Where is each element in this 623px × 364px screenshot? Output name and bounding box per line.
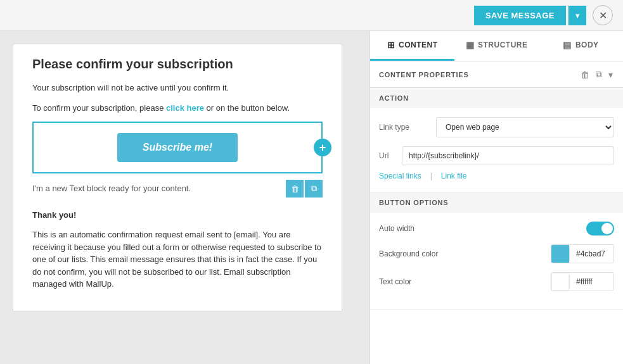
save-message-button[interactable]: SAVE MESSAGE	[474, 6, 566, 25]
special-links-link[interactable]: Special links	[379, 172, 421, 180]
delete-properties-button[interactable]: 🗑	[579, 68, 591, 81]
text-block-actions: 🗑 ⧉	[286, 180, 323, 198]
copy-icon: ⧉	[311, 184, 317, 194]
main-layout: Please confirm your subscription Your su…	[0, 31, 623, 364]
text-color-row: Text color #ffffff	[379, 272, 614, 291]
link-file-link[interactable]: Link file	[441, 172, 467, 180]
thank-you-text: Thank you!	[32, 209, 323, 222]
collapse-properties-button[interactable]: ▾	[607, 68, 614, 81]
body-tab-label: BODY	[575, 41, 599, 49]
properties-actions: 🗑 ⧉ ▾	[579, 68, 614, 81]
text-color-swatch-box[interactable]: #ffffff	[551, 272, 614, 291]
trash-icon: 🗑	[581, 70, 589, 80]
preview-panel: Please confirm your subscription Your su…	[0, 31, 369, 364]
click-here-link[interactable]: click here	[166, 103, 204, 113]
action-section: ACTION Link type Open web page Url Spe	[370, 88, 623, 192]
special-links-row: Special links | Link file	[379, 172, 614, 180]
delete-block-button[interactable]: 🗑	[286, 180, 304, 198]
tab-structure[interactable]: ▦ STRUCTURE	[454, 31, 539, 61]
bg-color-label: Background color	[379, 249, 438, 258]
bg-color-swatch	[551, 245, 569, 263]
content-tab-label: CONTENT	[399, 41, 438, 49]
link-type-select[interactable]: Open web page	[436, 117, 614, 137]
text-block-row: I'm a new Text block ready for your cont…	[32, 176, 323, 209]
email-para1: Your subscription will not be active unt…	[32, 82, 323, 94]
properties-title: CONTENT PROPERTIES	[379, 71, 469, 78]
button-row: Subscribe me! +	[32, 122, 323, 173]
action-section-body: Link type Open web page Url Special link…	[370, 108, 623, 192]
auto-width-row: Auto width	[379, 222, 614, 235]
email-para2: To confirm your subscription, please cli…	[32, 102, 323, 115]
tab-content[interactable]: ⊞ CONTENT	[370, 31, 454, 61]
auto-width-toggle[interactable]	[586, 222, 614, 235]
subscribe-button[interactable]: Subscribe me!	[117, 133, 238, 162]
content-tab-icon: ⊞	[387, 40, 395, 50]
button-options-section: BUTTON OPTIONS Auto width Background col…	[370, 192, 623, 310]
chevron-down-icon: ▾	[608, 70, 613, 80]
link-type-control: Open web page	[436, 117, 614, 137]
email-card: Please confirm your subscription Your su…	[13, 44, 342, 311]
structure-tab-icon: ▦	[466, 40, 475, 50]
topbar: SAVE MESSAGE ▾ ✕	[0, 0, 623, 31]
copy-block-button[interactable]: ⧉	[305, 180, 323, 198]
text-color-swatch	[551, 273, 569, 291]
auto-width-label: Auto width	[379, 224, 414, 233]
trash-icon: 🗑	[291, 184, 299, 194]
add-block-icon[interactable]: +	[314, 139, 331, 156]
save-dropdown-button[interactable]: ▾	[568, 6, 586, 25]
action-section-header[interactable]: ACTION	[370, 88, 623, 108]
url-label: Url	[379, 151, 398, 160]
button-options-header[interactable]: BUTTON OPTIONS	[370, 192, 623, 213]
tabs-bar: ⊞ CONTENT ▦ STRUCTURE ▤ BODY	[370, 31, 623, 61]
close-icon: ✕	[599, 9, 607, 22]
action-section-title: ACTION	[379, 94, 409, 102]
url-row: Url	[379, 146, 614, 165]
toggle-slider	[586, 222, 614, 235]
button-options-title: BUTTON OPTIONS	[379, 199, 448, 206]
text-color-label: Text color	[379, 277, 411, 286]
url-input[interactable]	[402, 146, 614, 165]
tab-body[interactable]: ▤ BODY	[539, 31, 623, 61]
link-type-label: Link type	[379, 123, 430, 132]
copy-properties-button[interactable]: ⧉	[594, 68, 603, 81]
email-heading: Please confirm your subscription	[32, 57, 323, 72]
close-button[interactable]: ✕	[593, 5, 613, 25]
bg-color-row: Background color #4cbad7	[379, 244, 614, 263]
copy-icon: ⧉	[596, 69, 602, 79]
bg-color-value: #4cbad7	[569, 247, 612, 261]
content-properties-header: CONTENT PROPERTIES 🗑 ⧉ ▾	[370, 61, 623, 88]
bg-color-swatch-box[interactable]: #4cbad7	[551, 244, 614, 263]
structure-tab-label: STRUCTURE	[478, 41, 528, 49]
button-options-body: Auto width Background color #4cbad7 Text…	[370, 213, 623, 309]
chevron-down-icon: ▾	[575, 11, 580, 20]
right-panel: ⊞ CONTENT ▦ STRUCTURE ▤ BODY CONTENT PRO…	[369, 31, 623, 364]
body-tab-icon: ▤	[563, 40, 572, 50]
email-footer: This is an automatic confirmation reques…	[32, 229, 323, 291]
link-type-row: Link type Open web page	[379, 117, 614, 137]
text-color-value: #ffffff	[569, 275, 599, 289]
text-block-content: I'm a new Text block ready for your cont…	[32, 182, 323, 195]
